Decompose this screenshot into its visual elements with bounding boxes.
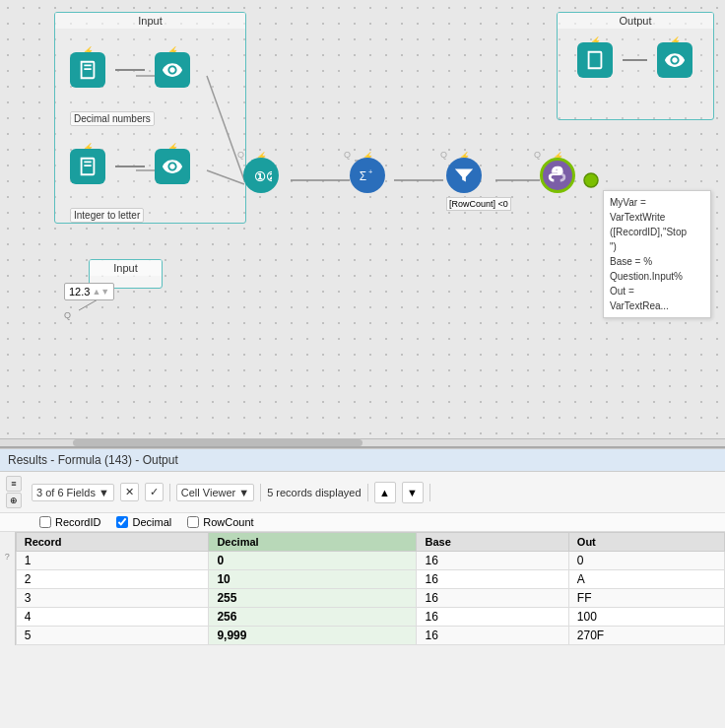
cell-viewer-dropdown[interactable]: Cell Viewer ▼ <box>176 484 254 501</box>
q-label-formula: Q <box>344 150 351 160</box>
tooltip-line3: ([RecordID],"Stop <box>610 225 704 239</box>
icon-browse-integer[interactable] <box>155 149 190 184</box>
output-box-title: Output <box>558 13 713 29</box>
checkbox-recordid[interactable] <box>39 516 51 528</box>
tool-node-formula2[interactable]: Q ⚡ <box>540 158 575 193</box>
strip-icon-2[interactable]: ⊕ <box>6 493 22 508</box>
field-check-recordid[interactable]: RecordID <box>39 516 100 528</box>
cell-r3-c3: FF <box>568 589 724 608</box>
arrow-up-btn[interactable]: ▲ <box>374 482 396 503</box>
table-row: 59,99916270F <box>16 627 724 645</box>
svg-text:Σ: Σ <box>360 169 366 183</box>
cell-r1-c1: 0 <box>209 552 417 570</box>
checkbox-rowcount[interactable] <box>187 516 199 528</box>
cell-r5-c0: 5 <box>16 627 209 645</box>
tool-node-decimal-browse[interactable]: ⚡ <box>155 52 190 88</box>
cell-r4-c3: 100 <box>568 608 724 627</box>
table-row: 325516FF <box>16 589 724 608</box>
cell-r4-c1: 256 <box>209 608 417 627</box>
table-row: 10160 <box>16 552 724 570</box>
fields-dropdown[interactable]: 3 of 6 Fields ▼ <box>32 484 114 501</box>
check-button[interactable]: ✓ <box>145 483 164 501</box>
label-rowcount: RowCount <box>203 516 253 528</box>
scrollbar-thumb-h[interactable] <box>73 439 362 446</box>
field-check-rowcount[interactable]: RowCount <box>187 516 253 528</box>
cell-r2-c2: 16 <box>417 570 568 589</box>
icon-browse-decimal[interactable] <box>155 52 190 88</box>
bottom-panel: Results - Formula (143) - Output ≡ ⊕ 3 o… <box>0 448 725 645</box>
svg-text:①②③: ①②③ <box>254 169 272 184</box>
separator-2 <box>260 484 261 501</box>
toolbar-row: ≡ ⊕ 3 of 6 Fields ▼ ✕ ✓ Cell Viewer ▼ 5 … <box>0 472 725 513</box>
cell-r3-c0: 3 <box>16 589 209 608</box>
input-standalone-title: Input <box>90 260 162 276</box>
fields-row: RecordID Decimal RowCount <box>0 513 725 532</box>
icon-union[interactable]: ①②③ <box>243 158 279 193</box>
data-table: Record Decimal Base Out 1016021016A32551… <box>16 532 725 645</box>
input-number-box[interactable]: 12.3 ▲▼ <box>64 283 114 300</box>
left-strip-placeholder <box>8 516 24 528</box>
fields-count-label: 3 of 6 Fields <box>36 487 96 498</box>
stepper-icon[interactable]: ▲▼ <box>92 287 109 297</box>
separator-1 <box>169 484 170 501</box>
cell-r1-c0: 1 <box>16 552 209 570</box>
table-row: 21016A <box>16 570 724 589</box>
tooltip-line2: VarTextWrite <box>610 210 704 225</box>
cell-viewer-label: Cell Viewer <box>181 487 235 498</box>
tool-node-integer-input[interactable]: ⚡ <box>70 149 105 184</box>
input-number-value: 12.3 <box>69 286 90 298</box>
results-title: Results - Formula (143) - Output <box>8 453 178 467</box>
input-node-box: Input ⚡ ⚡ Decimal numbers ⚡ <box>54 12 246 224</box>
col-header-decimal: Decimal <box>209 533 417 552</box>
integer-label: Integer to letter <box>70 208 144 223</box>
tooltip-line6: Question.Input% <box>610 269 704 284</box>
svg-point-8 <box>584 173 598 187</box>
icon-book-integer[interactable] <box>70 149 105 184</box>
help-icon[interactable]: ? <box>5 552 10 562</box>
x-button[interactable]: ✕ <box>120 483 139 501</box>
fields-dropdown-arrow: ▼ <box>99 487 109 498</box>
field-check-decimal[interactable]: Decimal <box>116 516 171 528</box>
col-header-out: Out <box>568 533 724 552</box>
strip-icon-1[interactable]: ≡ <box>6 476 22 492</box>
output-node-box: Output ⚡ ⚡ <box>557 12 714 120</box>
cell-viewer-arrow: ▼ <box>238 487 249 498</box>
tooltip-line1: MyVar = <box>610 195 704 210</box>
table-container: ? Record Decimal Base Out 1016021016A325… <box>0 532 725 645</box>
tool-node-output-browse[interactable]: ⚡ <box>657 42 692 78</box>
icon-filter[interactable] <box>446 158 482 193</box>
icon-python[interactable] <box>540 158 575 193</box>
tooltip-popup: MyVar = VarTextWrite ([RecordID],"Stop "… <box>603 190 711 318</box>
tooltip-line5: Base = % <box>610 254 704 269</box>
col-header-record: Record <box>16 533 209 552</box>
tool-node-integer-browse[interactable]: ⚡ <box>155 149 190 184</box>
label-recordid: RecordID <box>55 516 100 528</box>
label-decimal: Decimal <box>132 516 171 528</box>
tool-node-formula[interactable]: Q ⚡ Σ+ <box>350 158 385 193</box>
left-icon-strip: ? <box>0 532 16 645</box>
icon-output-browse[interactable] <box>657 42 692 78</box>
q-label-union: Q <box>237 150 244 160</box>
tool-node-union[interactable]: Q ⚡ ①②③ <box>243 158 279 193</box>
cell-r3-c1: 255 <box>209 589 417 608</box>
tool-node-decimal-input[interactable]: ⚡ <box>70 52 105 88</box>
tooltip-line7: Out = <box>610 284 704 298</box>
icon-output-book[interactable] <box>577 42 613 78</box>
cell-r4-c0: 4 <box>16 608 209 627</box>
canvas-area: Input ⚡ ⚡ Decimal numbers ⚡ <box>0 0 725 448</box>
canvas-scrollbar-h[interactable] <box>0 438 725 446</box>
q-label-filter: Q <box>440 150 447 160</box>
cell-r1-c2: 16 <box>417 552 568 570</box>
separator-4 <box>429 484 430 501</box>
svg-text:+: + <box>368 167 372 176</box>
arrow-down-btn[interactable]: ▼ <box>402 482 424 503</box>
table-row: 425616100 <box>16 608 724 627</box>
tool-node-filter[interactable]: Q ⚡ [RowCount] <0 <box>446 158 482 193</box>
q-label-formula2: Q <box>534 150 541 160</box>
decimal-label: Decimal numbers <box>70 111 155 126</box>
cell-r5-c3: 270F <box>568 627 724 645</box>
icon-formula[interactable]: Σ+ <box>350 158 385 193</box>
tool-node-output-book[interactable]: ⚡ <box>577 42 613 78</box>
checkbox-decimal[interactable] <box>116 516 128 528</box>
icon-book-decimal[interactable] <box>70 52 105 88</box>
